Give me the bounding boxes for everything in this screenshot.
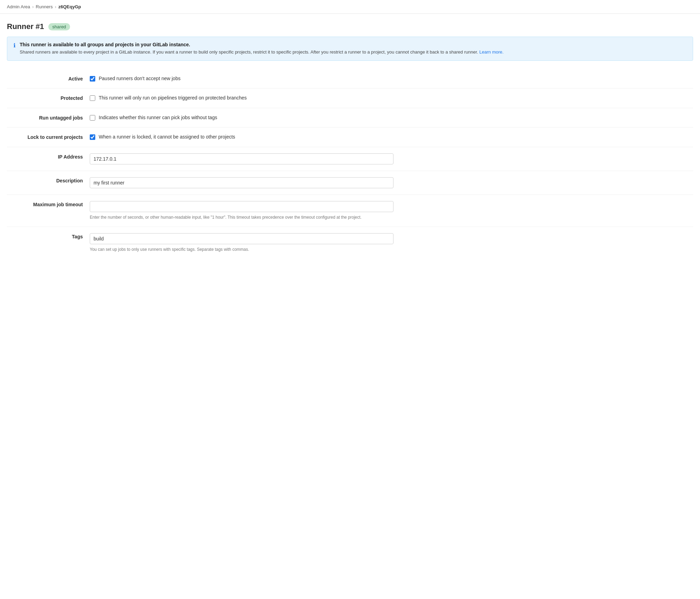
label-lock-to-projects: Lock to current projects (7, 134, 90, 140)
form-row-description: Description (7, 171, 693, 195)
control-ip-address (90, 153, 693, 164)
input-max-job-timeout[interactable] (90, 201, 393, 212)
label-active: Active (7, 75, 90, 82)
control-tags: You can set up jobs to only use runners … (90, 233, 693, 253)
form-row-lock-to-projects: Lock to current projects When a runner i… (7, 127, 693, 147)
info-banner: ℹ This runner is available to all groups… (7, 37, 693, 61)
form-row-run-untagged: Run untagged jobs Indicates whether this… (7, 108, 693, 128)
info-banner-learn-more[interactable]: Learn more. (479, 49, 504, 55)
control-lock-to-projects: When a runner is locked, it cannot be as… (90, 134, 693, 141)
info-banner-title: This runner is available to all groups a… (20, 42, 504, 47)
info-banner-text: This runner is available to all groups a… (20, 42, 504, 56)
form-row-max-job-timeout: Maximum job timeout Enter the number of … (7, 195, 693, 227)
breadcrumb-chevron-1: › (32, 4, 33, 9)
shared-badge: shared (48, 23, 70, 30)
form-row-protected: Protected This runner will only run on p… (7, 88, 693, 108)
checkbox-run-untagged[interactable] (90, 115, 95, 121)
label-description: Description (7, 177, 90, 183)
checkbox-label-protected: This runner will only run on pipelines t… (99, 95, 247, 102)
control-description (90, 177, 693, 188)
info-banner-body-text: Shared runners are available to every pr… (20, 49, 478, 55)
control-max-job-timeout: Enter the number of seconds, or other hu… (90, 201, 693, 220)
checkbox-protected[interactable] (90, 95, 95, 101)
label-tags: Tags (7, 233, 90, 239)
checkbox-label-run-untagged: Indicates whether this runner can pick j… (99, 114, 217, 121)
breadcrumb-chevron-2: › (55, 4, 56, 9)
form-row-active: Active Paused runners don't accept new j… (7, 69, 693, 89)
page-title: Runner #1 (7, 22, 44, 31)
form-row-ip-address: IP Address (7, 147, 693, 171)
hint-tags: You can set up jobs to only use runners … (90, 246, 693, 253)
breadcrumb-admin-area[interactable]: Admin Area (7, 4, 30, 9)
control-protected: This runner will only run on pipelines t… (90, 95, 693, 102)
breadcrumb-runners[interactable]: Runners (36, 4, 53, 9)
info-icon: ℹ (13, 42, 16, 49)
checkbox-active[interactable] (90, 76, 95, 82)
label-max-job-timeout: Maximum job timeout (7, 201, 90, 207)
label-ip-address: IP Address (7, 153, 90, 160)
checkbox-label-active: Paused runners don't accept new jobs (99, 75, 181, 82)
control-run-untagged: Indicates whether this runner can pick j… (90, 114, 693, 121)
label-run-untagged: Run untagged jobs (7, 114, 90, 121)
runner-form: Active Paused runners don't accept new j… (0, 69, 700, 259)
input-ip-address[interactable] (90, 153, 393, 164)
breadcrumb-current: z6QEqyGp (58, 4, 81, 9)
form-row-tags: Tags You can set up jobs to only use run… (7, 227, 693, 259)
checkbox-lock-to-projects[interactable] (90, 134, 95, 140)
info-banner-body: Shared runners are available to every pr… (20, 49, 504, 56)
label-protected: Protected (7, 95, 90, 101)
control-active: Paused runners don't accept new jobs (90, 75, 693, 82)
checkbox-label-lock-to-projects: When a runner is locked, it cannot be as… (99, 134, 235, 141)
page-header: Runner #1 shared (0, 14, 700, 37)
hint-max-job-timeout: Enter the number of seconds, or other hu… (90, 214, 693, 220)
input-tags[interactable] (90, 233, 393, 244)
breadcrumb: Admin Area › Runners › z6QEqyGp (0, 0, 700, 14)
input-description[interactable] (90, 177, 393, 188)
